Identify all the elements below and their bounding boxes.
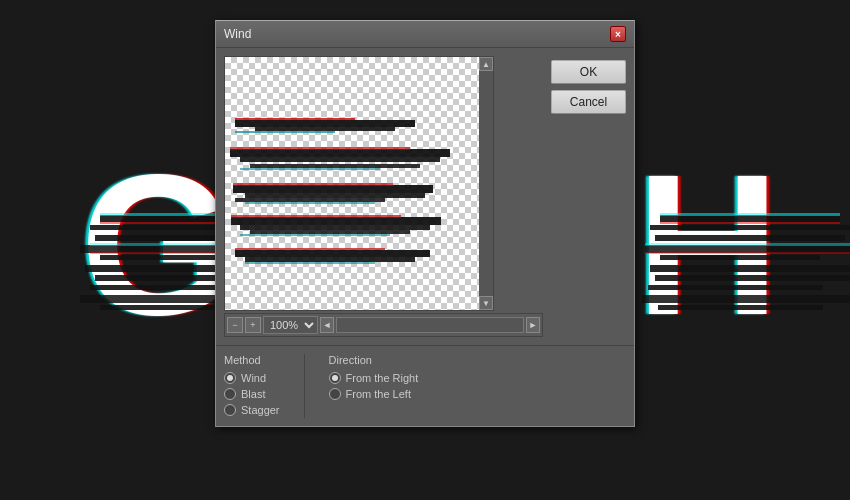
direction-right-radio[interactable] — [329, 372, 341, 384]
svg-rect-40 — [233, 183, 393, 186]
direction-left-label: From the Left — [346, 388, 411, 400]
preview-container: ▲ ▼ — [224, 56, 543, 337]
dialog-buttons: OK Cancel — [551, 56, 626, 337]
method-blast-option[interactable]: Blast — [224, 386, 280, 402]
svg-rect-42 — [231, 217, 441, 225]
scroll-right-button[interactable]: ► — [526, 317, 540, 333]
svg-rect-50 — [245, 262, 375, 264]
scroll-down-button[interactable]: ▼ — [479, 296, 493, 310]
method-wind-radio[interactable] — [224, 372, 236, 384]
direction-label: Direction — [329, 354, 419, 366]
horizontal-scrollbar[interactable] — [336, 317, 524, 333]
method-blast-label: Blast — [241, 388, 265, 400]
svg-rect-46 — [240, 234, 390, 236]
svg-rect-34 — [250, 164, 420, 168]
settings-divider — [304, 354, 305, 418]
svg-rect-30 — [235, 118, 355, 120]
direction-right-label: From the Right — [346, 372, 419, 384]
direction-left-option[interactable]: From the Left — [329, 386, 419, 402]
svg-rect-41 — [245, 202, 375, 204]
svg-rect-36 — [240, 168, 380, 170]
method-label: Method — [224, 354, 280, 366]
direction-right-option[interactable]: From the Right — [329, 370, 419, 386]
cancel-button[interactable]: Cancel — [551, 90, 626, 114]
close-button[interactable]: × — [610, 26, 626, 42]
zoom-select[interactable]: 100% 50% 200% — [263, 316, 318, 334]
svg-rect-29 — [255, 127, 395, 131]
method-stagger-label: Stagger — [241, 404, 280, 416]
zoom-plus-button[interactable]: + — [245, 317, 261, 333]
direction-group: Direction From the Right From the Left — [329, 354, 419, 418]
svg-rect-28 — [235, 120, 415, 127]
svg-rect-47 — [235, 250, 430, 257]
settings-panel: Method Wind Blast Stagger Direction — [216, 345, 634, 426]
scroll-left-button[interactable]: ◄ — [320, 317, 334, 333]
svg-rect-44 — [250, 230, 410, 234]
svg-rect-49 — [235, 248, 385, 250]
method-group: Method Wind Blast Stagger — [224, 354, 280, 418]
svg-rect-48 — [245, 257, 415, 262]
preview-wind-lines — [225, 57, 481, 310]
dialog-titlebar: Wind × — [216, 21, 634, 48]
wind-dialog: Wind × ▲ ▼ — [215, 20, 635, 427]
method-wind-label: Wind — [241, 372, 266, 384]
svg-rect-31 — [235, 131, 335, 133]
direction-left-radio[interactable] — [329, 388, 341, 400]
method-blast-radio[interactable] — [224, 388, 236, 400]
svg-rect-37 — [233, 185, 433, 193]
dialog-overlay: Wind × ▲ ▼ — [0, 0, 850, 500]
svg-rect-35 — [230, 147, 410, 150]
ok-button[interactable]: OK — [551, 60, 626, 84]
svg-rect-45 — [231, 215, 401, 218]
dialog-title: Wind — [224, 27, 251, 41]
method-stagger-option[interactable]: Stagger — [224, 402, 280, 418]
method-wind-option[interactable]: Wind — [224, 370, 280, 386]
scrollbar-vertical[interactable]: ▲ ▼ — [479, 57, 493, 310]
svg-rect-32 — [230, 149, 450, 157]
method-stagger-radio[interactable] — [224, 404, 236, 416]
svg-rect-38 — [245, 193, 425, 198]
zoom-minus-button[interactable]: − — [227, 317, 243, 333]
preview-area: ▲ ▼ — [224, 56, 494, 311]
dialog-body: ▲ ▼ — [216, 48, 634, 345]
preview-controls: − + 100% 50% 200% ◄ ► — [224, 313, 543, 337]
svg-rect-33 — [240, 157, 440, 162]
svg-rect-43 — [240, 225, 430, 230]
svg-rect-39 — [235, 198, 385, 202]
scroll-up-button[interactable]: ▲ — [479, 57, 493, 71]
